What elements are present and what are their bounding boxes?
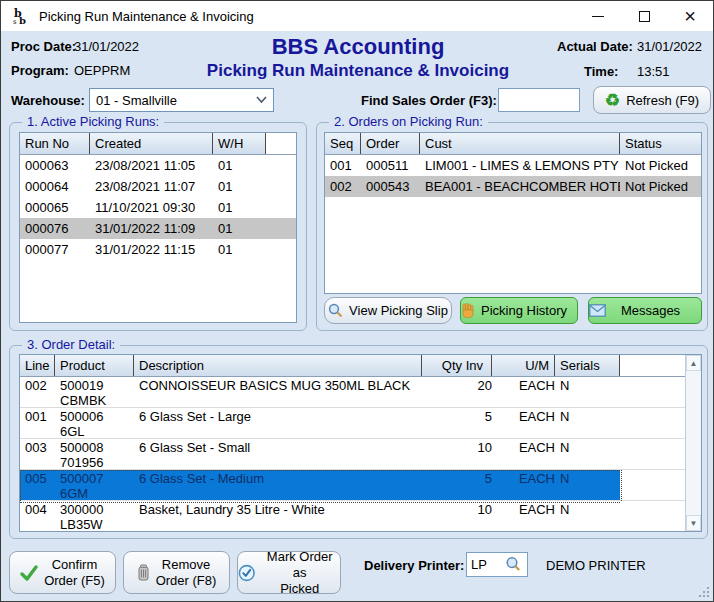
- column-header-filler: [266, 133, 296, 154]
- app-window: b s b Picking Run Maintenance & Invoicin…: [0, 0, 714, 602]
- column-header-um[interactable]: U/M: [492, 355, 555, 376]
- column-header-serials[interactable]: Serials: [555, 355, 620, 376]
- cell-created: 11/10/2021 09:30: [90, 200, 213, 215]
- cell-filler: [620, 470, 685, 500]
- column-header-order[interactable]: Order: [361, 133, 420, 154]
- order-detail-table[interactable]: Line Product Description Qty Inv U/M Ser…: [19, 354, 702, 532]
- cell-created: 23/08/2021 11:05: [90, 158, 213, 173]
- cell-line: 003: [20, 439, 55, 469]
- column-header-product[interactable]: Product: [55, 355, 134, 376]
- proc-date-label: Proc Date:: [11, 39, 76, 54]
- circled-check-icon: [238, 564, 255, 582]
- messages-button[interactable]: Messages: [588, 297, 702, 324]
- mark-order-picked-label: Mark Order asPicked: [259, 549, 340, 597]
- actual-date-label: Actual Date:: [557, 39, 633, 54]
- order-detail-row-selected[interactable]: 005 5000076GM 6 Glass Set - Medium 5 EAC…: [20, 470, 685, 501]
- cell-filler: [620, 501, 685, 531]
- warehouse-label: Warehouse:: [11, 93, 85, 108]
- warehouse-select[interactable]: 01 - Smallville: [89, 88, 274, 112]
- messages-label: Messages: [612, 303, 689, 318]
- order-row[interactable]: 001 000511 LIM001 - LIMES & LEMONS PTY L…: [325, 155, 701, 176]
- cell-product: 300000LB35W: [55, 501, 134, 531]
- confirm-order-button[interactable]: ConfirmOrder (F5): [9, 551, 116, 594]
- column-header-run-no[interactable]: Run No: [20, 133, 90, 154]
- cell-created: 23/08/2021 11:07: [90, 179, 213, 194]
- column-header-filler: [620, 355, 685, 376]
- scroll-down-button[interactable]: ▼: [686, 515, 701, 531]
- view-picking-slip-label: View Picking Slip: [349, 303, 448, 318]
- cell-status: Not Picked: [620, 158, 701, 173]
- cell-run-no: 000065: [20, 200, 90, 215]
- actual-date-value: 31/01/2022: [637, 39, 702, 54]
- order-detail-header: Line Product Description Qty Inv U/M Ser…: [20, 355, 685, 377]
- cell-serials: N: [555, 470, 620, 500]
- svg-text:s: s: [13, 18, 17, 26]
- cell-wh: 01: [213, 200, 266, 215]
- scroll-up-button[interactable]: ▲: [686, 355, 701, 371]
- cell-line: 001: [20, 408, 55, 438]
- order-detail-row[interactable]: 001 5000066GL 6 Glass Set - Large 5 EACH…: [20, 408, 685, 439]
- picking-run-row[interactable]: 000077 31/01/2022 11:15 01: [20, 239, 296, 260]
- picking-run-row[interactable]: 000063 23/08/2021 11:05 01: [20, 155, 296, 176]
- picking-runs-table[interactable]: Run No Created W/H 000063 23/08/2021 11:…: [19, 132, 297, 323]
- find-sales-order-label: Find Sales Order (F3):: [361, 93, 497, 108]
- confirm-order-label: ConfirmOrder (F5): [44, 557, 105, 589]
- time-label: Time:: [584, 64, 618, 79]
- picking-history-button[interactable]: Picking History: [460, 297, 578, 324]
- order-detail-row[interactable]: 002 500019CBMBK CONNOISSEUR BASICS MUG 3…: [20, 377, 685, 408]
- mark-order-picked-button[interactable]: Mark Order asPicked: [237, 551, 341, 594]
- cell-description: 6 Glass Set - Small: [134, 439, 422, 469]
- cell-qty-inv: 5: [422, 408, 492, 438]
- proc-date-value: 31/01/2022: [74, 39, 139, 54]
- scroll-down-icon: ▼: [690, 519, 698, 528]
- delivery-printer-name: DEMO PRINTER: [546, 558, 646, 573]
- maximize-button[interactable]: [621, 1, 667, 31]
- order-row-selected[interactable]: 002 000543 BEA001 - BEACHCOMBER HOTE... …: [325, 176, 701, 197]
- cell-order: 000511: [361, 158, 420, 173]
- column-header-description[interactable]: Description: [134, 355, 422, 376]
- trash-bin-icon: [137, 564, 150, 581]
- column-header-qty-inv[interactable]: Qty Inv: [422, 355, 492, 376]
- column-header-created[interactable]: Created: [90, 133, 213, 154]
- orders-table[interactable]: Seq Order Cust Status 001 000511 LIM001 …: [324, 132, 702, 294]
- column-header-status[interactable]: Status: [620, 133, 701, 154]
- svg-text:b: b: [19, 15, 26, 26]
- vertical-scrollbar[interactable]: ▲ ▼: [685, 355, 701, 531]
- remove-order-button[interactable]: RemoveOrder (F8): [123, 551, 230, 594]
- checkmark-icon: [20, 565, 38, 581]
- cell-cust: LIM001 - LIMES & LEMONS PTY L...: [420, 158, 620, 173]
- refresh-button[interactable]: ♻ Refresh (F9): [593, 86, 711, 114]
- find-sales-order-input[interactable]: [498, 88, 580, 112]
- picking-run-row[interactable]: 000065 11/10/2021 09:30 01: [20, 197, 296, 218]
- cell-um: EACH: [492, 501, 555, 531]
- picking-run-row-selected[interactable]: 000076 31/01/2022 11:09 01: [20, 218, 296, 239]
- cell-qty-inv: 10: [422, 501, 492, 531]
- envelope-icon: [589, 304, 606, 317]
- header-titles: BBS Accounting Picking Run Maintenance &…: [158, 34, 558, 81]
- column-header-wh[interactable]: W/H: [213, 133, 266, 154]
- minimize-button[interactable]: [575, 1, 621, 31]
- cell-um: EACH: [492, 377, 555, 407]
- view-picking-slip-button[interactable]: View Picking Slip: [324, 297, 452, 324]
- order-detail-row[interactable]: 003 500008701956 6 Glass Set - Small 10 …: [20, 439, 685, 470]
- cell-product: 500019CBMBK: [55, 377, 134, 407]
- remove-order-label: RemoveOrder (F8): [156, 557, 217, 589]
- order-detail-row[interactable]: 004 300000LB35W Basket, Laundry 35 Litre…: [20, 501, 685, 532]
- maximize-icon: [639, 11, 650, 22]
- column-header-line[interactable]: Line: [20, 355, 55, 376]
- cell-qty-inv: 20: [422, 377, 492, 407]
- order-detail-group: 3. Order Detail: Line Product Descriptio…: [9, 345, 708, 539]
- column-header-seq[interactable]: Seq: [325, 133, 361, 154]
- recycle-icon: ♻: [605, 92, 620, 109]
- active-picking-runs-group: 1. Active Picking Runs: Run No Created W…: [9, 122, 307, 331]
- picking-run-row[interactable]: 000064 23/08/2021 11:07 01: [20, 176, 296, 197]
- app-logo-icon: b s b: [11, 6, 31, 26]
- program-label: Program:: [11, 63, 69, 78]
- printer-lookup-magnifier-icon[interactable]: [505, 556, 521, 572]
- chevron-down-icon: [256, 96, 267, 104]
- resize-grip[interactable]: [699, 587, 709, 597]
- column-header-cust[interactable]: Cust: [420, 133, 620, 154]
- refresh-button-label: Refresh (F9): [626, 93, 699, 108]
- picking-history-label: Picking History: [481, 303, 567, 318]
- close-button[interactable]: ×: [667, 1, 713, 31]
